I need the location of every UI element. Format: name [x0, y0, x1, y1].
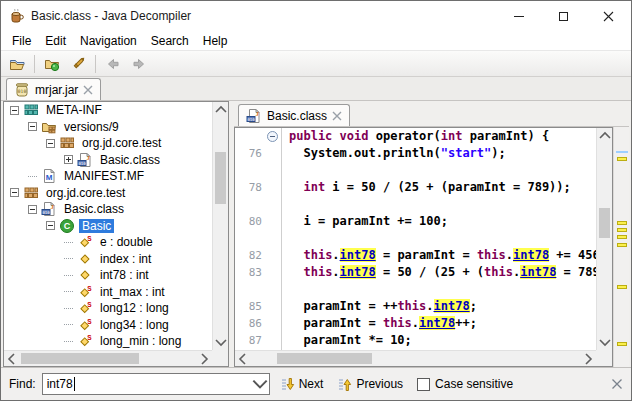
- tree-item-meta-inf[interactable]: META-INF: [4, 102, 212, 119]
- tree-item-e-double[interactable]: Se : double: [4, 234, 212, 251]
- collapse-region-icon[interactable]: [267, 131, 278, 142]
- search-match-mark[interactable]: [617, 235, 627, 239]
- svg-text:010: 010: [18, 89, 27, 94]
- collapse-icon[interactable]: [10, 188, 19, 197]
- tab-mrjar-jar[interactable]: 010 mrjar.jar: [6, 78, 101, 100]
- editor-vscroll-thumb[interactable]: [599, 208, 610, 238]
- find-label: Find:: [9, 377, 36, 391]
- tree-item-int-max-int[interactable]: Sint_max : int: [4, 284, 212, 301]
- case-sensitive-group: Case sensitive: [417, 377, 513, 391]
- tree-item-basic[interactable]: CBasic: [4, 218, 212, 235]
- search-match-mark[interactable]: [617, 228, 627, 232]
- open-file-button[interactable]: [5, 53, 29, 75]
- search-match-mark[interactable]: [617, 157, 627, 161]
- svg-text:010: 010: [247, 116, 255, 121]
- menu-item-edit[interactable]: Edit: [38, 32, 73, 50]
- collapse-icon[interactable]: [28, 122, 37, 131]
- token-pl: .: [506, 248, 513, 262]
- token-pl: System.out.println(: [289, 146, 441, 160]
- find-input[interactable]: int78: [42, 373, 270, 395]
- tree-horizontal-scrollbar[interactable]: [4, 350, 212, 366]
- scroll-left-icon[interactable]: [4, 351, 20, 367]
- token-pl: i = paramInt += 100;: [289, 214, 448, 228]
- field-link-int78[interactable]: int78: [520, 265, 556, 279]
- open-type-button[interactable]: [40, 53, 64, 75]
- tree-vertical-scrollbar[interactable]: [212, 102, 228, 350]
- search-icon: [70, 56, 86, 72]
- tree-item-org-jd-core-test[interactable]: org.jd.core.test: [4, 135, 212, 152]
- close-button[interactable]: [586, 1, 631, 31]
- scroll-right-icon[interactable]: [580, 351, 596, 367]
- collapse-icon[interactable]: [10, 106, 19, 115]
- token-pl: paramInt *= 10;: [289, 333, 412, 347]
- back-button[interactable]: [101, 53, 125, 75]
- tree-item-long12-long[interactable]: Slong12 : long: [4, 300, 212, 317]
- scroll-right-icon[interactable]: [196, 351, 212, 367]
- tab-close-icon[interactable]: [332, 111, 342, 121]
- line-number: [235, 281, 265, 298]
- tree-item-label: MANIFEST.MF: [61, 169, 147, 183]
- tree-hscroll-thumb[interactable]: [21, 353, 139, 364]
- tree-item-basic-class[interactable]: J010Basic.class: [4, 201, 212, 218]
- find-close-icon[interactable]: [611, 378, 623, 390]
- source-text: this.int78 = paramInt = this.int78 += 45…: [281, 247, 596, 264]
- code-line: [235, 196, 596, 213]
- find-input-value: int78: [47, 377, 73, 391]
- tree-item-versions-9[interactable]: versions/9: [4, 119, 212, 136]
- maximize-button[interactable]: [541, 1, 586, 31]
- forward-button[interactable]: [127, 53, 151, 75]
- search-match-mark[interactable]: [617, 221, 627, 225]
- caret-position-mark: [616, 151, 628, 153]
- find-previous-button[interactable]: Previous: [333, 375, 407, 394]
- chevron-down-icon[interactable]: [251, 379, 269, 389]
- tree-item-int78-int[interactable]: int78 : int: [4, 267, 212, 284]
- tree-item-manifest-mf[interactable]: MMANIFEST.MF: [4, 168, 212, 185]
- editor-vertical-scrollbar[interactable]: [596, 128, 612, 350]
- search-match-mark[interactable]: [617, 285, 627, 289]
- tab-basic-class[interactable]: J010 Basic.class: [238, 104, 350, 126]
- editor-hscroll-thumb[interactable]: [277, 353, 372, 364]
- scroll-up-icon[interactable]: [213, 102, 229, 118]
- case-sensitive-checkbox[interactable]: [417, 378, 430, 391]
- menu-item-help[interactable]: Help: [196, 32, 235, 50]
- menu-item-file[interactable]: File: [5, 32, 38, 50]
- search-match-mark[interactable]: [617, 243, 627, 247]
- editor-horizontal-scrollbar[interactable]: [235, 350, 596, 366]
- tree-item-index-int[interactable]: index : int: [4, 251, 212, 268]
- tab-close-icon[interactable]: [83, 85, 93, 95]
- search-button[interactable]: [66, 53, 90, 75]
- previous-arrow-icon: [337, 377, 352, 392]
- menu-item-search[interactable]: Search: [144, 32, 196, 50]
- collapse-icon[interactable]: [46, 221, 55, 230]
- scroll-down-icon[interactable]: [213, 334, 229, 350]
- gutter-separator: [281, 128, 282, 350]
- minimize-button[interactable]: [496, 1, 541, 31]
- field-link-int78[interactable]: int78: [340, 265, 376, 279]
- find-next-button[interactable]: Next: [276, 375, 328, 394]
- token-kw: int: [303, 180, 325, 194]
- tree-item-long-min-long[interactable]: Slong_min : long: [4, 333, 212, 350]
- code-view[interactable]: public void operator(int paramInt) {76 S…: [235, 128, 596, 350]
- token-pl: .: [332, 248, 339, 262]
- scroll-up-icon[interactable]: [597, 128, 613, 144]
- tree-vscroll-thumb[interactable]: [215, 152, 226, 204]
- scroll-down-icon[interactable]: [597, 334, 613, 350]
- tree-item-long34-long[interactable]: Slong34 : long: [4, 317, 212, 334]
- source-text: [281, 230, 596, 247]
- menu-bar: FileEditNavigationSearchHelp: [1, 31, 631, 51]
- expand-icon[interactable]: [64, 155, 73, 164]
- collapse-icon[interactable]: [46, 139, 55, 148]
- tree-item-basic-class[interactable]: J010Basic.class: [4, 152, 212, 169]
- collapse-icon[interactable]: [28, 205, 37, 214]
- search-match-mark[interactable]: [617, 342, 627, 346]
- code-line: [235, 162, 596, 179]
- field-link-int78[interactable]: int78: [434, 299, 470, 313]
- scroll-left-icon[interactable]: [235, 351, 251, 367]
- line-number: 80: [235, 213, 265, 230]
- svg-text:C: C: [64, 221, 71, 231]
- field-link-int78[interactable]: int78: [513, 248, 549, 262]
- field-link-int78[interactable]: int78: [340, 248, 376, 262]
- menu-item-navigation[interactable]: Navigation: [73, 32, 144, 50]
- tree-item-org-jd-core-test[interactable]: org.jd.core.test: [4, 185, 212, 202]
- field-link-int78[interactable]: int78: [419, 316, 455, 330]
